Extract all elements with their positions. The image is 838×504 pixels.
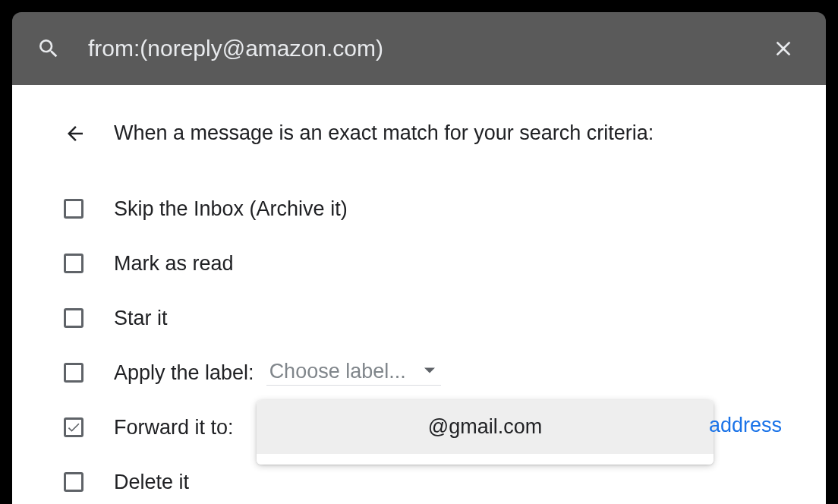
option-label: Delete it — [114, 471, 189, 494]
close-icon — [771, 36, 795, 61]
add-address-link[interactable]: address — [709, 414, 782, 437]
forward-address-option[interactable]: @gmail.com — [257, 400, 714, 454]
option-label: Star it — [114, 307, 168, 330]
option-forward: Forward it to: @gmail.com address — [12, 400, 826, 455]
option-label: Skip the Inbox (Archive it) — [114, 197, 348, 221]
filter-actions-panel: When a message is an exact match for you… — [12, 85, 826, 504]
checkbox-forward[interactable] — [64, 417, 83, 437]
label-select-placeholder: Choose label... — [269, 360, 406, 383]
check-icon — [66, 420, 81, 435]
option-label: Apply the label: — [114, 361, 254, 385]
option-label: Mark as read — [114, 252, 234, 276]
checkbox-skip-inbox[interactable] — [64, 199, 83, 219]
forward-address-dropdown[interactable]: @gmail.com — [257, 400, 714, 465]
option-skip-inbox: Skip the Inbox (Archive it) — [12, 181, 826, 236]
checkbox-star[interactable] — [64, 308, 83, 328]
chevron-down-icon — [424, 365, 435, 379]
search-icon[interactable] — [36, 36, 61, 61]
checkbox-delete[interactable] — [64, 472, 83, 492]
dropdown-spacer — [257, 454, 714, 465]
option-star: Star it — [12, 291, 826, 345]
option-apply-label: Apply the label: Choose label... — [12, 345, 826, 400]
back-button[interactable] — [64, 122, 87, 145]
panel-title: When a message is an exact match for you… — [114, 121, 654, 145]
label-select[interactable]: Choose label... — [266, 360, 441, 386]
option-label: Forward it to: — [114, 416, 234, 439]
checkbox-apply-label[interactable] — [64, 363, 83, 383]
checkbox-mark-read[interactable] — [64, 254, 83, 273]
clear-search-button[interactable] — [765, 30, 802, 67]
panel-header: When a message is an exact match for you… — [12, 121, 826, 145]
arrow-left-icon — [64, 122, 87, 145]
search-bar — [12, 12, 826, 85]
search-input[interactable] — [88, 36, 765, 61]
option-mark-read: Mark as read — [12, 236, 826, 291]
